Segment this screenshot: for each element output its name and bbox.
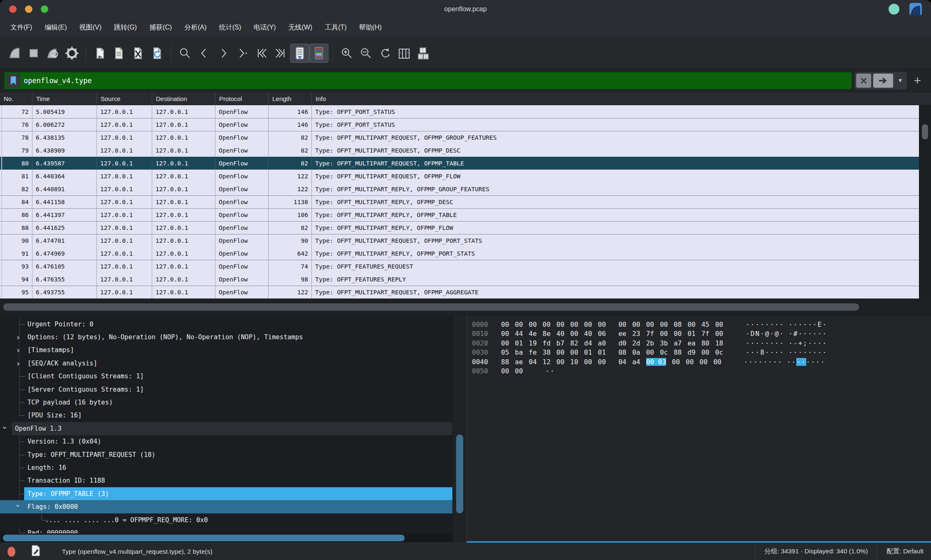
packet-row-76[interactable]: 766.006272127.0.0.1127.0.0.1OpenFlow146T… — [0, 118, 931, 131]
hex-byte[interactable]: 00 — [714, 358, 721, 366]
go-forward-button[interactable] — [214, 44, 233, 63]
hex-byte[interactable]: d4 — [584, 339, 592, 347]
hex-byte[interactable]: a4 — [632, 358, 640, 366]
reload-file-button[interactable] — [148, 44, 167, 63]
hex-byte[interactable]: 88 — [501, 358, 509, 366]
hex-ascii[interactable]: ·········-+;···· — [746, 339, 827, 347]
hex-byte[interactable]: 38 — [543, 348, 551, 356]
close-file-button[interactable] — [128, 44, 148, 63]
zoom-reset-button[interactable] — [375, 44, 395, 63]
menu-item-9[interactable]: 工具(T) — [319, 20, 353, 35]
hex-byte[interactable]: 19 — [529, 339, 537, 347]
hex-byte[interactable]: 00 — [501, 367, 509, 375]
packet-row-91[interactable]: 916.474969127.0.0.1127.0.0.1OpenFlow642T… — [0, 247, 931, 260]
hex-byte[interactable]: 01 — [687, 330, 695, 338]
menu-item-7[interactable]: 电话(Y) — [247, 20, 282, 35]
display-filter-input[interactable] — [24, 76, 852, 85]
hex-byte[interactable]: 4e — [529, 330, 537, 338]
hex-byte[interactable]: 2d — [632, 339, 640, 347]
packet-row-82[interactable]: 826.440891127.0.0.1127.0.0.1OpenFlow122T… — [0, 183, 931, 195]
packet-row-93[interactable]: 936.476105127.0.0.1127.0.0.1OpenFlow74Ty… — [0, 260, 931, 273]
detail-row-12[interactable]: Transaction ID: 1188 — [0, 474, 452, 487]
column-header-protocol[interactable]: Protocol — [215, 92, 269, 105]
capture-options-button[interactable] — [62, 44, 81, 63]
expand-arrow-icon[interactable]: › — [17, 359, 20, 368]
hex-byte[interactable]: 00 — [570, 321, 578, 328]
colorize-button[interactable] — [309, 44, 328, 63]
expert-info-icon[interactable] — [7, 547, 15, 557]
packet-list-hscrollbar[interactable] — [0, 299, 931, 316]
hex-byte[interactable]: 00 — [570, 348, 578, 356]
column-header-destination[interactable]: Destination — [152, 92, 215, 105]
detail-row-6[interactable]: TCP payload (16 bytes) — [0, 396, 452, 409]
packet-row-88[interactable]: 886.441625127.0.0.1127.0.0.1OpenFlow82Ty… — [0, 221, 931, 234]
filter-bookmark-icon[interactable] — [6, 74, 20, 88]
hex-byte[interactable]: 0c — [660, 348, 668, 356]
detail-row-5[interactable]: [Server Contiguous Streams: 1] — [0, 383, 452, 396]
hex-byte[interactable]: b7 — [556, 339, 564, 347]
hex-row-0040[interactable]: 004088ae04120010000004a400 0300000000···… — [472, 357, 931, 367]
resize-columns-button[interactable] — [395, 44, 414, 63]
menu-item-5[interactable]: 分析(A) — [178, 20, 212, 35]
hex-byte[interactable]: 00 — [660, 321, 668, 328]
hex-byte[interactable]: 00 — [699, 358, 707, 366]
expand-arrow-icon[interactable]: › — [17, 345, 20, 355]
column-header-time[interactable]: Time — [32, 92, 97, 105]
hex-byte-selected[interactable]: 00 03 — [646, 358, 666, 366]
hex-byte[interactable]: 00 — [584, 321, 592, 328]
column-header-source[interactable]: Source — [97, 92, 152, 105]
collapse-arrow-icon[interactable]: › — [0, 426, 10, 429]
hex-row-0000[interactable]: 000000000000000000000000000008004500····… — [472, 320, 931, 329]
filter-add-button[interactable]: + — [914, 74, 921, 88]
hex-byte[interactable]: 00 — [674, 330, 682, 338]
hex-byte[interactable]: a0 — [598, 339, 606, 347]
hex-byte[interactable]: 00 — [515, 367, 523, 375]
detail-row-8[interactable]: ›OpenFlow 1.3 — [0, 422, 452, 435]
details-hscrollbar-thumb[interactable] — [3, 535, 405, 541]
restart-capture-button[interactable] — [43, 44, 62, 63]
hex-row-0010[interactable]: 001000444e8e40004006ee237f0000017f00·DN·… — [472, 329, 931, 339]
hex-byte[interactable]: 01 — [598, 348, 606, 356]
hex-byte[interactable]: 00 — [570, 330, 578, 338]
detail-row-7[interactable]: [PDU Size: 16] — [0, 409, 452, 422]
hex-byte[interactable]: 0c — [715, 348, 723, 356]
hex-byte[interactable]: 00 — [556, 348, 564, 356]
hex-byte[interactable]: 01 — [515, 339, 523, 347]
column-header-length[interactable]: Length — [269, 92, 312, 105]
hex-row-0050[interactable]: 00500000·· — [472, 367, 931, 376]
hex-byte[interactable]: 04 — [529, 358, 537, 366]
filter-dropdown-caret[interactable]: ▼ — [895, 77, 906, 84]
hex-byte[interactable]: 08 — [618, 348, 626, 356]
save-file-button[interactable] — [109, 44, 128, 63]
hex-byte[interactable]: 7f — [646, 330, 654, 338]
menu-item-2[interactable]: 视图(V) — [73, 20, 108, 35]
hex-byte[interactable]: 00 — [646, 321, 654, 328]
go-to-packet-button[interactable] — [233, 44, 252, 63]
open-file-button[interactable] — [90, 44, 109, 63]
hex-byte[interactable]: 12 — [543, 358, 551, 366]
packet-row-78[interactable]: 786.438135127.0.0.1127.0.0.1OpenFlow82Ty… — [0, 131, 931, 144]
hex-byte[interactable]: 00 — [556, 358, 564, 366]
go-first-packet-button[interactable] — [252, 44, 271, 63]
start-capture-button[interactable] — [5, 44, 24, 63]
detail-row-15[interactable]: .... .... .... ...0 = OFPMPF_REQ_MORE: 0… — [0, 513, 452, 526]
menu-item-8[interactable]: 无线(W) — [282, 20, 319, 35]
menu-item-3[interactable]: 跳转(G) — [108, 20, 143, 35]
hex-byte[interactable]: 04 — [618, 358, 626, 366]
hex-byte[interactable]: 88 — [674, 348, 682, 356]
packet-row-94[interactable]: 946.476355127.0.0.1127.0.0.1OpenFlow98Ty… — [0, 273, 931, 286]
hex-byte[interactable]: 45 — [701, 321, 709, 328]
details-scrollbar-thumb[interactable] — [456, 434, 463, 513]
hex-byte[interactable]: 3b — [660, 339, 668, 347]
hex-byte[interactable]: 00 — [598, 321, 606, 328]
detail-row-11[interactable]: Length: 16 — [0, 461, 452, 474]
hex-byte[interactable]: 00 — [543, 321, 551, 328]
hex-byte[interactable]: 0a — [632, 348, 640, 356]
hex-byte[interactable]: 08 — [674, 321, 682, 328]
hex-byte[interactable]: fd — [543, 339, 551, 347]
hex-ascii[interactable]: ···8············ — [746, 348, 827, 356]
hex-byte[interactable]: 05 — [501, 348, 509, 356]
hex-byte[interactable]: 00 — [686, 358, 694, 366]
capture-comment-icon[interactable] — [31, 545, 40, 558]
hex-byte[interactable]: ee — [618, 330, 626, 338]
